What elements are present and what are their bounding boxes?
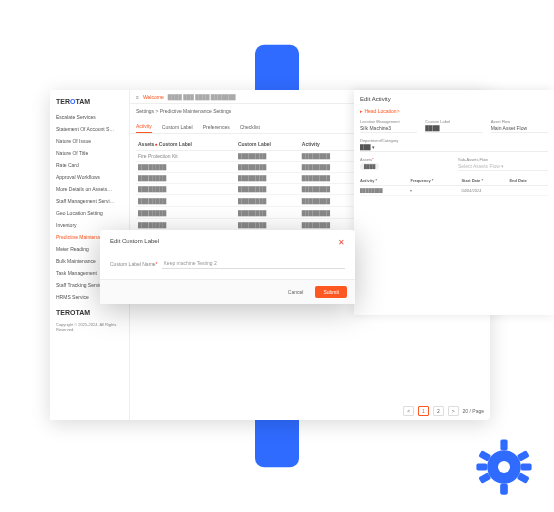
sidebar-item-6[interactable]: More Details on Assets… bbox=[50, 183, 129, 195]
field-asset-flow[interactable]: Main Asset Flow bbox=[491, 125, 548, 133]
svg-rect-14 bbox=[521, 463, 532, 470]
modal-field-label: Custom Label Name* bbox=[110, 261, 158, 267]
welcome-text: Welcome bbox=[143, 94, 164, 100]
field-loc-mgmt[interactable]: Silk Machine3 bbox=[360, 125, 417, 133]
custom-label-input[interactable] bbox=[162, 258, 345, 269]
tab-preferences[interactable]: Preferences bbox=[203, 121, 230, 133]
pager-next[interactable]: > bbox=[448, 406, 459, 416]
sidebar-item-5[interactable]: Approval Workflows bbox=[50, 171, 129, 183]
pagination: < 1 2 > 20 / Page bbox=[130, 402, 490, 420]
edit-custom-label-modal: Edit Custom Label ✕ Custom Label Name* C… bbox=[100, 230, 355, 304]
tab-checklist[interactable]: Checklist bbox=[240, 121, 260, 133]
pager-page-1[interactable]: 1 bbox=[418, 406, 429, 416]
field-dept[interactable]: ███ ▾ bbox=[360, 144, 548, 152]
field-assets-label: Assets* bbox=[360, 157, 450, 162]
svg-rect-13 bbox=[476, 463, 487, 470]
field-custom-label-label: Custom Label bbox=[425, 119, 482, 124]
sidebar-item-3[interactable]: Nature Of Title bbox=[50, 147, 129, 159]
modal-title: Edit Custom Label bbox=[110, 238, 159, 247]
gear-small-icon bbox=[474, 437, 534, 497]
pager-page-2[interactable]: 2 bbox=[433, 406, 444, 416]
pager-size[interactable]: 20 / Page bbox=[463, 408, 484, 414]
field-subflow-label: Sub-Assets Flow bbox=[458, 157, 548, 162]
logo: TEROTAM bbox=[50, 96, 129, 111]
cancel-button[interactable]: Cancel bbox=[280, 286, 312, 298]
sub-enddate-cell[interactable] bbox=[509, 186, 548, 196]
sidebar-item-7[interactable]: Staff Management Servi… bbox=[50, 195, 129, 207]
edit-activity-panel: Edit Activity ▸ Head Location> Location … bbox=[354, 90, 554, 315]
logo-footer: TEROTAM bbox=[50, 303, 129, 322]
activity-sub-table: Activity *Frequency *Start Date *End Dat… bbox=[360, 176, 548, 196]
col-1: Custom Label bbox=[236, 138, 300, 151]
field-assets[interactable]: ████ bbox=[360, 163, 450, 170]
panel-title: Edit Activity bbox=[360, 96, 548, 102]
sidebar-item-2[interactable]: Nature Of Issue bbox=[50, 135, 129, 147]
svg-rect-17 bbox=[500, 484, 507, 495]
sub-frequency-cell[interactable]: ▾ bbox=[410, 186, 461, 196]
field-loc-mgmt-label: Location Management bbox=[360, 119, 417, 124]
submit-button[interactable]: Submit bbox=[315, 286, 347, 298]
panel-location-section[interactable]: ▸ Head Location> bbox=[360, 108, 548, 114]
svg-point-20 bbox=[498, 461, 510, 473]
svg-rect-11 bbox=[500, 439, 507, 450]
pager-prev[interactable]: < bbox=[403, 406, 414, 416]
copyright: Copyright © 2025-2024. All Rights Reserv… bbox=[50, 322, 129, 332]
sidebar-item-0[interactable]: Escalate Services bbox=[50, 111, 129, 123]
field-custom-label[interactable]: ████ bbox=[425, 125, 482, 133]
welcome-user: ████ ███ ████ ███████ bbox=[168, 94, 236, 100]
tab-activity[interactable]: Activity bbox=[136, 120, 152, 133]
sub-activity-cell[interactable]: ████████ bbox=[360, 186, 410, 196]
tab-custom-label[interactable]: Custom Label bbox=[162, 121, 193, 133]
menu-icon[interactable]: ≡ bbox=[136, 94, 139, 100]
field-asset-flow-label: Asset Flow bbox=[491, 119, 548, 124]
col-2: Activity bbox=[300, 138, 356, 151]
field-dept-label: Department/Category bbox=[360, 138, 548, 143]
sidebar-item-1[interactable]: Statement Of Account S… bbox=[50, 123, 129, 135]
sub-startdate-cell[interactable]: 04/04/2024 bbox=[461, 186, 509, 196]
sidebar-item-4[interactable]: Rate Card bbox=[50, 159, 129, 171]
sidebar-item-8[interactable]: Geo Location Setting bbox=[50, 207, 129, 219]
close-icon[interactable]: ✕ bbox=[338, 238, 345, 247]
field-subflow[interactable]: Select Assets Flow ▾ bbox=[458, 163, 548, 171]
col-0: Assets● Custom Label bbox=[136, 138, 236, 151]
